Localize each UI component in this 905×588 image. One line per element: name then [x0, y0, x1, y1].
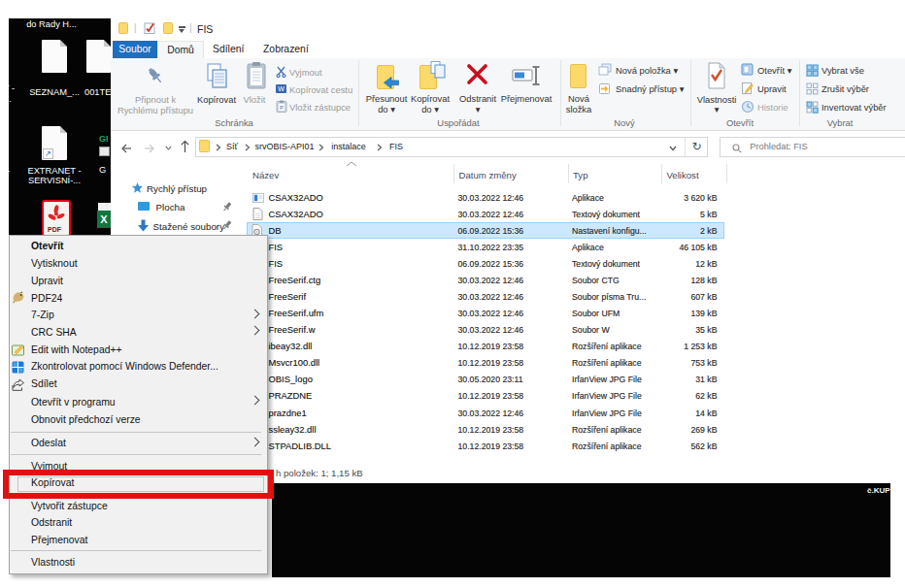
svg-text:P: P — [280, 105, 284, 111]
